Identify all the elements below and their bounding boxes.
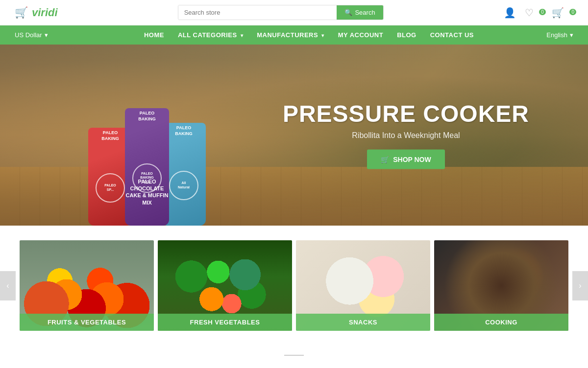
search-button[interactable]: 🔍 Search bbox=[337, 5, 383, 20]
cart-count: 0 bbox=[569, 9, 576, 15]
slider-next-button[interactable]: › bbox=[572, 271, 588, 300]
search-bar: 🔍 Search bbox=[178, 5, 384, 20]
category-card-fresh-veg[interactable]: FRESH VEGETABLES bbox=[158, 240, 292, 331]
nav-item-categories[interactable]: ALL CATEGORIES ▾ bbox=[171, 25, 250, 45]
user-icon[interactable]: 👤 bbox=[504, 7, 516, 19]
hero-products: PALEOSP... PALEOBAKING PALEOBAKINGCO. PA… bbox=[88, 108, 198, 226]
language-selector[interactable]: English ▾ bbox=[546, 31, 573, 39]
nav-bar: US Dollar ▾ HOME ALL CATEGORIES ▾ MANUFA… bbox=[0, 25, 588, 45]
product-bag-purple: PALEOBAKINGCO. PALEOBAKING PALEOCHOCOLAT… bbox=[125, 108, 169, 226]
category-label-snacks: SNACKS bbox=[296, 314, 430, 331]
logo-text: viridi bbox=[32, 6, 58, 19]
category-section: ‹ FRUITS & VEGETABLES FRESH VEGETABLES S… bbox=[0, 226, 588, 345]
logo[interactable]: 🛒 viridi bbox=[15, 6, 58, 19]
category-label-fruits: FRUITS & VEGETABLES bbox=[20, 314, 154, 331]
hero-content: PRESSURE COOKER Ribollita Into a Weeknig… bbox=[283, 101, 529, 169]
wishlist-icon[interactable]: ♡ 0 bbox=[525, 7, 543, 19]
nav-item-blog[interactable]: BLOG bbox=[390, 25, 423, 45]
nav-links: HOME ALL CATEGORIES ▾ MANUFACTURERS ▾ MY… bbox=[137, 25, 481, 45]
search-icon: 🔍 bbox=[344, 9, 352, 16]
search-input[interactable] bbox=[178, 5, 337, 20]
category-card-snacks[interactable]: SNACKS bbox=[296, 240, 430, 331]
new-products-section: NEW PRODUCTS NEW HOT NEW HOT NEW bbox=[0, 345, 588, 368]
header: 🛒 viridi 🔍 Search 👤 ♡ 0 🛒 0 bbox=[0, 0, 588, 25]
hero-subtitle: Ribollita Into a Weeknight Meal bbox=[283, 131, 529, 139]
nav-item-account[interactable]: MY ACCOUNT bbox=[331, 25, 390, 45]
category-card-cooking[interactable]: COOKING bbox=[434, 240, 568, 331]
category-label-cooking: COOKING bbox=[434, 314, 568, 331]
section-divider bbox=[15, 350, 573, 359]
cart-icon: 🛒 bbox=[381, 155, 389, 163]
category-label-fresh-veg: FRESH VEGETABLES bbox=[158, 314, 292, 331]
category-card-fruits[interactable]: FRUITS & VEGETABLES bbox=[20, 240, 154, 331]
slider-prev-button[interactable]: ‹ bbox=[0, 271, 16, 300]
currency-selector[interactable]: US Dollar ▾ bbox=[15, 25, 52, 45]
chevron-down-icon: ▾ bbox=[570, 31, 573, 39]
nav-item-home[interactable]: HOME bbox=[137, 25, 171, 45]
cart-icon[interactable]: 🛒 0 bbox=[552, 7, 573, 19]
hero-banner: PALEOSP... PALEOBAKING PALEOBAKINGCO. PA… bbox=[0, 45, 588, 226]
header-icons: 👤 ♡ 0 🛒 0 bbox=[504, 7, 573, 19]
logo-icon: 🛒 bbox=[15, 6, 28, 19]
nav-item-contact[interactable]: CONTACT US bbox=[423, 25, 481, 45]
chevron-down-icon: ▾ bbox=[45, 31, 48, 39]
nav-item-manufacturers[interactable]: MANUFACTURERS ▾ bbox=[250, 25, 331, 45]
nav-left: US Dollar ▾ bbox=[15, 25, 52, 45]
category-slider: ‹ FRUITS & VEGETABLES FRESH VEGETABLES S… bbox=[0, 240, 588, 331]
wishlist-count: 0 bbox=[539, 9, 546, 15]
shop-now-button[interactable]: 🛒 SHOP NOW bbox=[367, 149, 445, 169]
hero-title: PRESSURE COOKER bbox=[283, 101, 529, 127]
category-grid: FRUITS & VEGETABLES FRESH VEGETABLES SNA… bbox=[0, 240, 588, 331]
